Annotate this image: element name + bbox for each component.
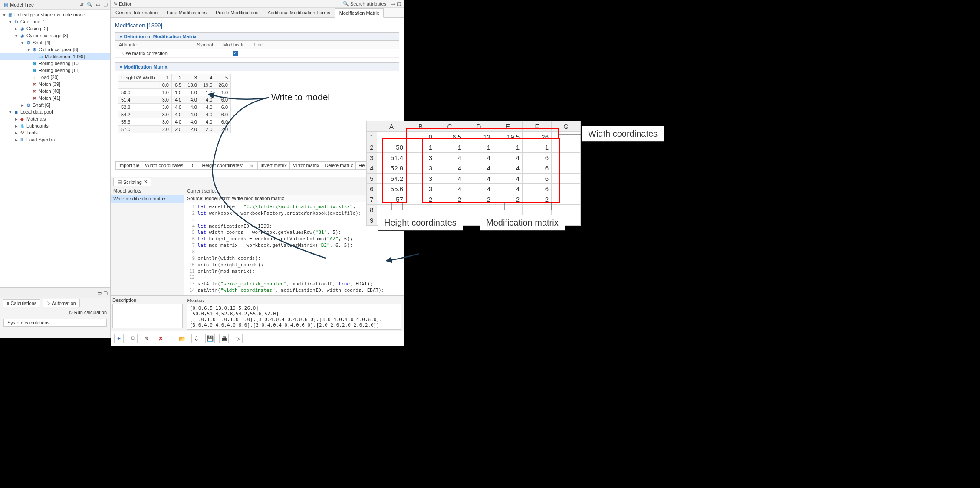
definition-header[interactable]: Definition of Modification Matrix xyxy=(115,33,399,41)
tree-item[interactable]: ▭Modification [1399] xyxy=(0,53,110,60)
scripting-label: Scripting xyxy=(123,180,142,185)
open-button[interactable]: 📂 xyxy=(178,334,187,343)
import-file-button[interactable]: Import file xyxy=(115,161,142,169)
tree-item[interactable]: ❋Rolling bearing [10] xyxy=(0,60,110,67)
editor-tab[interactable]: General Information xyxy=(111,8,162,17)
tree-item[interactable]: ▾≣Local data pool xyxy=(0,108,110,115)
tab-calculations-label: Calculations xyxy=(10,301,36,306)
tree-item[interactable]: ▾▦Helical gear stage example model xyxy=(0,11,110,18)
tree-min-icon[interactable]: ▭ xyxy=(96,2,100,7)
tree-item[interactable]: ✖Notch [39] xyxy=(0,81,110,88)
col-attribute: Attribute xyxy=(115,41,194,49)
attr-use-matrix: Use matrix correction xyxy=(115,49,194,58)
tree-item[interactable]: ✖Notch [41] xyxy=(0,95,110,102)
tab-automation[interactable]: ▷ Automation xyxy=(43,299,80,307)
width-coord-input[interactable]: 5 xyxy=(187,161,199,169)
calc-min-icon[interactable]: ▭ xyxy=(97,290,102,296)
calc-icon: ≡ xyxy=(7,301,9,306)
editor-title: Editor xyxy=(119,1,132,7)
breadcrumb: Modification [1399] xyxy=(115,20,399,32)
editor-header: ✎ Editor 🔍 Search attributes ▭ ▢ xyxy=(111,0,404,8)
width-coord-label: Width coordinates: xyxy=(142,161,187,169)
save-all-button[interactable]: 🖶 xyxy=(219,334,229,343)
width-coords-box xyxy=(406,128,559,139)
search-label: Search attributes xyxy=(350,1,386,7)
description-textarea[interactable] xyxy=(112,304,183,328)
use-matrix-checkbox[interactable] xyxy=(233,51,238,56)
delete-matrix-button[interactable]: Delete matrix xyxy=(322,161,356,169)
add-button[interactable]: + xyxy=(114,334,124,343)
search-attributes[interactable]: 🔍 Search attributes xyxy=(343,1,386,7)
tree-item[interactable]: ↓Load [20] xyxy=(0,74,110,81)
editor-tab[interactable]: Additional Modification Forms xyxy=(263,8,335,17)
tree-item[interactable]: ▸💧Lubricants xyxy=(0,122,110,129)
tab-calculations[interactable]: ≡ Calculations xyxy=(3,299,40,307)
tree-item[interactable]: ▸◆Materials xyxy=(0,115,110,122)
tree-item[interactable]: ❋Rolling bearing [11] xyxy=(0,67,110,74)
tree-item[interactable]: ▸◉Casing [2] xyxy=(0,25,110,32)
mirror-matrix-button[interactable]: Mirror matrix xyxy=(289,161,322,169)
model-tree[interactable]: ▾▦Helical gear stage example model▾⚙Gear… xyxy=(0,10,110,287)
editor-tab[interactable]: Profile Modifications xyxy=(211,8,263,17)
editor-tab[interactable]: Face Modifications xyxy=(162,8,211,17)
current-script-header: Current script xyxy=(184,187,404,195)
invert-matrix-button[interactable]: Invert matrix xyxy=(257,161,290,169)
height-coord-input[interactable]: 6 xyxy=(246,161,258,169)
calc-max-icon[interactable]: ▢ xyxy=(103,290,108,296)
model-tree-title: Model Tree xyxy=(10,2,78,7)
editor-tab[interactable]: Modification Matrix xyxy=(335,8,384,18)
label-width-coords: Width coordinates xyxy=(582,126,664,142)
system-calculations-button[interactable]: System calculations xyxy=(3,319,107,327)
ed-max-icon[interactable]: ▢ xyxy=(397,1,401,7)
tree-item[interactable]: ▾⚙Cylindrical gear [8] xyxy=(0,46,110,53)
export-button[interactable]: ⇩ xyxy=(191,334,201,343)
col-symbol: Symbol xyxy=(194,41,220,49)
tree-item[interactable]: ▾⚙Gear unit [1] xyxy=(0,18,110,25)
script-item-write-mod-matrix[interactable]: Write modification matrix xyxy=(111,195,184,203)
tree-expand-icon[interactable]: ⇵ xyxy=(80,2,84,7)
tree-search-icon[interactable]: 🔍 xyxy=(87,2,93,7)
run-script-button[interactable]: ▷ xyxy=(233,334,243,343)
tree-item[interactable]: ▸⚒Tools xyxy=(0,129,110,136)
attribute-table: Attribute Symbol Modificati... Unit Use … xyxy=(115,41,399,58)
delete-button[interactable]: ✕ xyxy=(156,334,165,343)
tab-automation-label: Automation xyxy=(52,301,76,306)
col-unit: Unit xyxy=(251,41,399,49)
matrix-header[interactable]: Modification Matrix xyxy=(115,63,399,71)
scripting-tab[interactable]: ▤ Scripting ✕ xyxy=(113,178,151,186)
tree-item[interactable]: ▾⚙Shaft [4] xyxy=(0,39,110,46)
save-button[interactable]: 💾 xyxy=(205,334,215,343)
run-label: Run calculation xyxy=(74,310,107,315)
tree-item[interactable]: ▸⊪Load Spectra xyxy=(0,136,110,143)
run-calculation-button[interactable]: ▷ Run calculation xyxy=(69,310,107,315)
editor-body: Modification [1399] Definition of Modifi… xyxy=(111,18,404,177)
model-tree-header: ▤ Model Tree ⇵ 🔍 ▭ ▢ xyxy=(0,0,110,10)
modification-matrix-table: Height Ø\ Width123450.06.513.019.526.050… xyxy=(118,74,231,133)
matrix-section: Modification Matrix Height Ø\ Width12345… xyxy=(115,62,399,170)
edit-button[interactable]: ✎ xyxy=(142,334,151,343)
code-editor[interactable]: 1let excelfile = "C:\\folder\\modificati… xyxy=(184,202,404,295)
play-icon: ▷ xyxy=(47,300,50,306)
copy-button[interactable]: ⧉ xyxy=(128,334,138,343)
tree-item[interactable]: ✖Notch [40] xyxy=(0,88,110,95)
ed-min-icon[interactable]: ▭ xyxy=(391,1,395,7)
right-column: ✎ Editor 🔍 Search attributes ▭ ▢ General… xyxy=(111,0,404,338)
tree-icon: ▤ xyxy=(3,2,9,8)
play-icon: ▷ xyxy=(69,310,73,315)
tree-item[interactable]: ▸⚙Shaft [6] xyxy=(0,102,110,108)
definition-section: Definition of Modification Matrix Attrib… xyxy=(115,32,399,58)
tree-max-icon[interactable]: ▢ xyxy=(103,2,108,7)
monitor-output: [0.0,6.5,13.0,19.5,26.0] [50.0,51.4,52.8… xyxy=(187,304,401,330)
editor-icon: ✎ xyxy=(113,1,117,7)
close-icon[interactable]: ✕ xyxy=(144,179,148,185)
mod-matrix-box xyxy=(422,138,560,203)
script-icon: ▤ xyxy=(117,179,122,185)
matrix-toolbar: Import file Width coordinates: 5 Height … xyxy=(115,161,399,169)
app-window: ▤ Model Tree ⇵ 🔍 ▭ ▢ ▾▦Helical gear stag… xyxy=(0,0,404,338)
description-label: Description: xyxy=(112,298,183,304)
scripting-panel: ▤ Scripting ✕ Model scripts Write modifi… xyxy=(111,177,404,346)
calculations-panel: ▭ ▢ ≡ Calculations ▷ Automation ▷ Run ca… xyxy=(0,287,110,338)
script-toolbar: + ⧉ ✎ ✕ 📂 ⇩ 💾 🖶 ▷ xyxy=(111,331,404,346)
tree-item[interactable]: ▾◉Cylindrical stage [3] xyxy=(0,32,110,39)
help-button[interactable]: Help xyxy=(355,161,372,169)
